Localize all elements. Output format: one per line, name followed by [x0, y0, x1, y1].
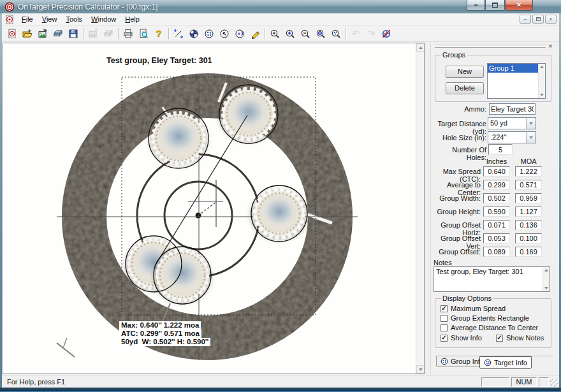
hole-size-dropdown[interactable]: .224''	[488, 131, 536, 143]
toggle-target-overlay-button[interactable]	[379, 27, 394, 41]
menu-file[interactable]: File	[17, 14, 38, 24]
menu-view[interactable]: View	[38, 14, 62, 24]
svg-text:?: ?	[156, 29, 161, 39]
scroll-up-button[interactable]	[543, 267, 550, 273]
close-button[interactable]: ✕	[505, 0, 533, 11]
scroll-up-button[interactable]	[539, 64, 545, 70]
triangle-down-icon	[419, 368, 423, 371]
notes-label: Notes	[433, 259, 472, 266]
new-target-button[interactable]	[4, 27, 20, 41]
scanner-icon	[53, 29, 63, 39]
document-target-icon	[4, 15, 15, 24]
title-bar[interactable]: OnTarget Precision Calculator - [00.tgx:…	[0, 0, 561, 13]
notes-scrollbar[interactable]	[543, 267, 550, 291]
undo-icon: ↶	[352, 28, 360, 40]
target-distance-dropdown[interactable]: 50 yd	[488, 117, 536, 129]
delete-group-button[interactable]: Delete	[446, 82, 484, 94]
group-dots-icon	[484, 359, 492, 367]
mdi-close-button[interactable]: ×	[545, 15, 557, 24]
zoom-target-icon	[316, 29, 326, 39]
groups-list-scrollbar[interactable]	[538, 64, 545, 98]
show-notes-checkbox[interactable]: ✓ Show Notes	[496, 334, 544, 342]
zoom-group-button[interactable]	[328, 27, 344, 41]
tab-target-info[interactable]: Target Info	[479, 356, 532, 369]
zoom-out-button[interactable]	[298, 27, 313, 41]
target-distance-value: 50 yd	[490, 119, 507, 127]
checkbox-icon[interactable]: ✓	[441, 315, 448, 322]
panel-close-icon[interactable]: ×	[546, 43, 555, 51]
resize-grip[interactable]	[550, 379, 558, 387]
rotate-target-tool-button[interactable]	[232, 27, 247, 41]
ammo-label: Ammo:	[431, 105, 486, 113]
status-num-indicator: NUM	[511, 377, 537, 387]
maximize-button[interactable]	[485, 0, 505, 11]
help-button[interactable]: ?	[151, 27, 166, 41]
import-image-button[interactable]	[35, 27, 50, 41]
measurement-moa: 1.127	[515, 207, 542, 217]
group-info-overlay: Max: 0.640'' 1.222 moa ATC: 0.299'' 0.57…	[119, 321, 210, 346]
number-of-holes-value: 5	[488, 144, 513, 155]
triangle-up-icon	[419, 47, 423, 49]
measurement-inches: 0.502	[483, 193, 510, 203]
select-hole-tool-button[interactable]	[217, 27, 232, 41]
groups-listbox[interactable]: Group 1	[487, 63, 546, 99]
checkbox-icon[interactable]: ✓	[441, 335, 448, 342]
show-info-checkbox[interactable]: ✓ Show Info	[441, 334, 482, 342]
menu-window[interactable]: Window	[87, 14, 120, 24]
group-list-item[interactable]: Group 1	[488, 64, 545, 73]
group-extents-checkbox[interactable]: ✓ Group Extents Rectangle	[441, 314, 529, 322]
save-button[interactable]	[66, 27, 81, 41]
measurement-moa: 0.136	[515, 220, 542, 230]
zoom-group-icon	[331, 29, 341, 39]
print-preview-button[interactable]	[136, 27, 151, 41]
app-window: OnTarget Precision Calculator - [00.tgx:…	[0, 0, 561, 392]
scroll-down-button[interactable]	[416, 365, 425, 374]
open-file-button[interactable]	[20, 27, 35, 41]
print-button[interactable]	[120, 27, 136, 41]
menu-help[interactable]: Help	[120, 14, 144, 24]
zoom-in-button[interactable]	[267, 27, 282, 41]
target-group-title: Test group, Eley Target: 301	[106, 56, 212, 65]
zoom-in-selection-button[interactable]	[282, 27, 298, 41]
ammo-input[interactable]	[489, 103, 536, 115]
mark-holes-tool-button[interactable]	[201, 27, 217, 41]
measure-tool-button[interactable]	[171, 27, 186, 41]
scroll-down-button[interactable]	[543, 285, 550, 291]
hole-size-label: Hole Size (in):	[431, 134, 486, 142]
target-canvas[interactable]: Test group, Eley Target: 301 Max: 0.640'…	[3, 43, 425, 374]
notes-textarea[interactable]: Test group, Eley Target: 301	[433, 266, 550, 292]
inches-column-header: Inches	[483, 157, 510, 165]
dropdown-arrow-icon[interactable]	[526, 132, 536, 143]
zoom-in-selection-icon	[285, 29, 295, 39]
mdi-minimize-button[interactable]: –	[520, 15, 531, 24]
menu-tools[interactable]: Tools	[61, 14, 87, 24]
zoom-in-icon	[270, 29, 280, 39]
canvas-vertical-scrollbar[interactable]	[416, 43, 424, 374]
zoom-target-button[interactable]	[313, 27, 328, 41]
open-folder-icon	[22, 29, 33, 39]
marker-pen-tool-button[interactable]	[247, 27, 263, 41]
target-distance-label: Target Distance (yd):	[431, 120, 486, 135]
scroll-down-button[interactable]	[539, 92, 545, 98]
target-center-tool-button[interactable]	[186, 27, 201, 41]
dropdown-arrow-icon[interactable]	[526, 118, 536, 129]
rescan-icon	[103, 29, 113, 39]
new-group-button[interactable]: New	[446, 66, 484, 78]
redo-button: ↷	[363, 27, 379, 41]
checkbox-icon[interactable]: ✓	[441, 324, 448, 331]
hole-size-value: .224''	[490, 133, 507, 141]
panel-grip-handle[interactable]	[435, 44, 546, 48]
toolbar-separator	[168, 28, 169, 40]
minimize-button[interactable]: –	[467, 0, 485, 11]
status-help-text: For Help, press F1	[2, 378, 65, 386]
maximum-spread-checkbox[interactable]: ✓ Maximum Spread	[441, 305, 506, 312]
scroll-up-button[interactable]	[416, 43, 425, 52]
checkbox-icon[interactable]: ✓	[496, 335, 503, 342]
mdi-restore-button[interactable]	[532, 15, 544, 24]
average-distance-checkbox[interactable]: ✓ Average Distance To Center	[441, 324, 538, 331]
checkbox-icon[interactable]: ✓	[441, 305, 448, 312]
printer-icon	[123, 29, 133, 39]
acquire-scan-button[interactable]	[50, 27, 66, 41]
measurement-label: Group Offset:	[431, 248, 481, 256]
status-cell-empty	[539, 377, 549, 387]
